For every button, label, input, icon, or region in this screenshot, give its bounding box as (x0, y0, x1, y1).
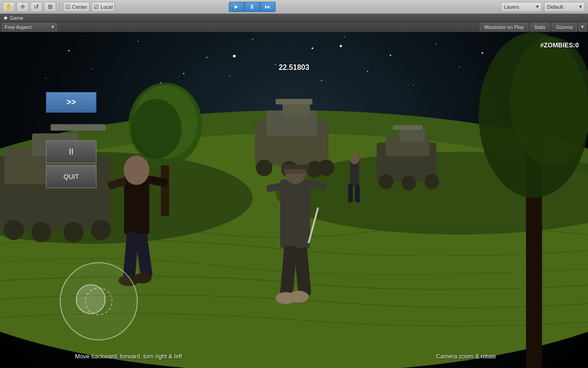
zombie-count-display: #ZOMBIES:0 (540, 41, 579, 49)
aspect-dropdown[interactable]: Free Aspect ▾ (2, 23, 57, 31)
rotate-tool-btn[interactable]: ↺ (30, 2, 42, 12)
game-viewport: #ZOMBIES:0 22.51803 >> II QUIT Move back… (0, 32, 588, 368)
gizmos-btn[interactable]: Gizmos (552, 23, 577, 31)
pause-symbol-btn[interactable]: II (46, 140, 96, 163)
game-window-icon: ◆ (4, 15, 7, 21)
play-button[interactable]: ► (229, 2, 244, 12)
local-label: Local (101, 4, 113, 10)
chevron-down-icon: ▾ (536, 4, 539, 10)
score-display: 22.51803 (279, 63, 310, 72)
checkbox-icon-2: ☑ (94, 4, 99, 10)
step-button[interactable]: ⏭ (260, 2, 276, 12)
unity-toolbar: ✋ ✛ ↺ ⊞ ☑ Center ☑ Local ► ⏸ ⏭ Layers ▾ … (0, 0, 588, 14)
game-titlebar: ◆ Game (0, 14, 588, 22)
layers-dropdown[interactable]: Layers ▾ (501, 2, 542, 12)
left-control-hint: Move backward, forward, turn right & lef… (74, 353, 184, 360)
hand-tool-btn[interactable]: ✋ (3, 2, 15, 12)
gizmos-arrow-btn[interactable]: ▾ (579, 23, 586, 31)
play-controls: ► ⏸ ⏭ (229, 2, 276, 12)
center-label: Center (72, 4, 87, 10)
right-control-hint: Camera zoom & rotate (436, 353, 496, 360)
game-toolbar-right: Maximize on Play Stats Gizmos ▾ (480, 23, 586, 31)
joystick-container[interactable] (60, 262, 138, 340)
aspect-label: Free Aspect (5, 24, 32, 30)
pivot-group[interactable]: ☑ Center (63, 2, 90, 12)
local-group[interactable]: ☑ Local (91, 2, 115, 12)
joystick-inner-ring (85, 288, 113, 315)
pause-button[interactable]: ⏸ (244, 2, 260, 12)
default-dropdown[interactable]: Default ▾ (544, 2, 585, 12)
chevron-down-icon-2: ▾ (579, 4, 582, 10)
move-tool-btn[interactable]: ✛ (17, 2, 28, 12)
stats-btn[interactable]: Stats (530, 23, 550, 31)
chevron-down-icon-3: ▾ (51, 24, 54, 30)
quit-button[interactable]: QUIT (46, 165, 96, 188)
game-panel-toolbar: Free Aspect ▾ Maximize on Play Stats Giz… (0, 22, 588, 32)
maximize-on-play-btn[interactable]: Maximize on Play (480, 23, 528, 31)
right-controls: Layers ▾ Default ▾ (501, 2, 585, 12)
checkbox-icon: ☑ (65, 4, 70, 10)
game-window-title: Game (10, 15, 23, 21)
arrow-button[interactable]: >> (46, 92, 96, 113)
separator-1 (59, 2, 60, 12)
joystick-outer-ring (60, 262, 138, 340)
scale-tool-btn[interactable]: ⊞ (44, 2, 56, 12)
pause-menu: >> II QUIT (46, 92, 96, 188)
